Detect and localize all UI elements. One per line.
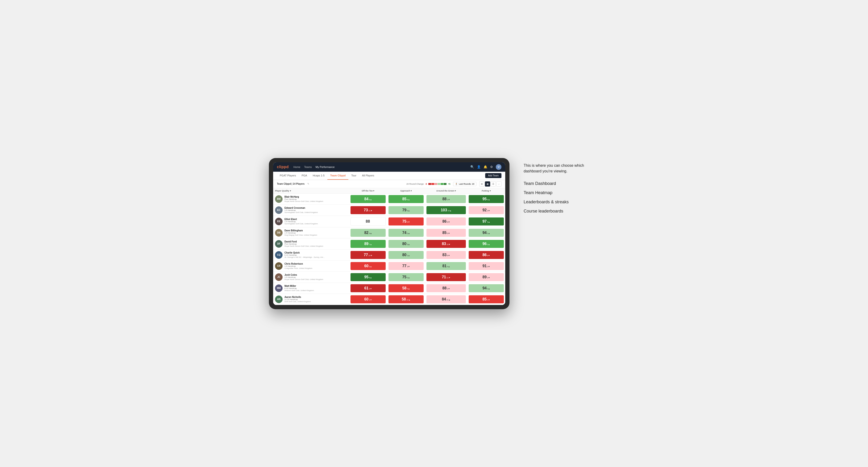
table-row: MM Matt Miller 6-10 Handicap Woburn Golf…: [273, 283, 505, 294]
score-cell-putting-8: 94 3▲: [467, 283, 505, 294]
avatar[interactable]: U: [496, 164, 501, 170]
score-box: 77 3▼: [389, 262, 424, 270]
score-main: 80: [402, 253, 406, 257]
score-cell-putting-4: 96 3▲: [467, 238, 505, 249]
nav-home[interactable]: Home: [293, 165, 300, 169]
score-main: 61: [364, 286, 368, 290]
table-row: CR Chris Robertson 1-5 Handicap Craigmil…: [273, 260, 505, 272]
player-club: Gog Magog Golf Club, United Kingdom: [284, 234, 317, 236]
search-icon[interactable]: 🔍: [470, 165, 474, 168]
subnav-team-clippd[interactable]: Team Clippd: [328, 172, 348, 180]
settings-icon[interactable]: ⚙: [490, 165, 493, 168]
player-cell-1[interactable]: EC Edward Crossman 1-5 Handicap Sunningd…: [273, 205, 349, 216]
score-cell-putting-6: 91 3▼: [467, 260, 505, 272]
score-main: 77: [364, 253, 368, 257]
score-main: 96: [483, 242, 487, 246]
player-name: Charlie Quick: [284, 251, 324, 254]
score-box: 84 21▲: [427, 295, 466, 303]
score-change: 8▲: [369, 277, 372, 279]
nav-my-performance[interactable]: My Performance: [316, 165, 335, 169]
player-cell-3[interactable]: DB Dave Billingham 1-5 Handicap Gog Mago…: [273, 227, 349, 238]
player-cell-8[interactable]: MM Matt Miller 6-10 Handicap Woburn Golf…: [273, 283, 349, 294]
player-avatar: EE: [275, 218, 283, 225]
player-club: Sunningdale Golf Club, United Kingdom: [284, 211, 318, 214]
score-box: 71 11▼: [427, 273, 466, 281]
score-change: 6▲: [369, 198, 372, 201]
player-hcp: 1-5 Handicap: [284, 276, 323, 278]
score-main: 88: [442, 197, 446, 201]
hm-cell-6: [444, 183, 446, 185]
player-club: Royal North Devon Golf Club, United King…: [284, 278, 323, 280]
score-cell-approach-5: 80 1▲: [387, 249, 425, 260]
round-change-label: 20 Round Change: [406, 183, 424, 185]
score-change: 3▼: [487, 210, 490, 212]
nav-links: Home Teams My Performance: [293, 165, 335, 169]
score-box: 85 4▼: [469, 295, 504, 303]
player-avatar: CQ: [275, 251, 283, 259]
player-hcp: 6-10 Handicap: [284, 287, 314, 289]
player-avatar: AN: [275, 295, 283, 303]
score-cell-around_green-2: 86 6▼: [425, 216, 467, 227]
score-cell-approach-3: 74 1▲: [387, 227, 425, 238]
subnav-pga[interactable]: PGA: [299, 172, 310, 180]
heatmap-view-button[interactable]: ▦: [485, 181, 490, 187]
score-cell-off_tee-3: 82 4▲: [349, 227, 387, 238]
subnav-hcaps[interactable]: Hcaps 1-5: [310, 172, 328, 180]
header-off-tee[interactable]: Off the Tee ▾: [349, 188, 387, 194]
nav-right: 🔍 👤 🔔 ⚙ U: [470, 164, 501, 170]
data-table: Player Quality ▾ Off the Tee ▾ Approach …: [273, 188, 505, 305]
header-putting[interactable]: Putting ▾: [467, 188, 505, 194]
player-cell-4[interactable]: DF David Ford Plus Handicap Royal North …: [273, 238, 349, 249]
score-box: 86 6▼: [427, 217, 466, 225]
hm-cell-3: [434, 183, 437, 185]
player-cell-0[interactable]: BM Blair McHarg Plus Handicap Royal Nort…: [273, 193, 349, 205]
bell-icon[interactable]: 🔔: [484, 165, 487, 168]
add-team-button[interactable]: Add Team: [485, 173, 501, 178]
header-player[interactable]: Player Quality ▾: [273, 188, 349, 194]
score-change: 4▲: [447, 266, 450, 268]
nav-teams[interactable]: Teams: [304, 165, 312, 169]
grid-view-button[interactable]: ⊞: [479, 181, 485, 187]
player-name: Edward Crossman: [284, 207, 318, 209]
score-cell-around_green-0: 88 1▼: [425, 193, 467, 205]
player-cell-7[interactable]: JC Josh Coles 1-5 Handicap Royal North D…: [273, 272, 349, 283]
score-cell-putting-9: 85 4▼: [467, 294, 505, 305]
score-change: 2▲: [407, 277, 410, 279]
score-box: 96 3▲: [469, 240, 504, 248]
subnav-tour[interactable]: Tour: [348, 172, 359, 180]
score-main: 94: [483, 286, 487, 290]
player-cell-5[interactable]: CQ Charlie Quick 6-10 Handicap St. Georg…: [273, 249, 349, 260]
hm-cell-2: [431, 183, 434, 185]
score-main: 84: [364, 197, 368, 201]
player-cell-6[interactable]: CR Chris Robertson 1-5 Handicap Craigmil…: [273, 260, 349, 272]
download-button[interactable]: ↓: [496, 181, 501, 187]
score-box: 94 1▲: [469, 229, 504, 237]
score-main: 60: [364, 297, 368, 302]
header-around-green[interactable]: Around the Green ▾: [425, 188, 467, 194]
person-icon[interactable]: 👤: [477, 165, 481, 168]
score-main: 71: [442, 275, 446, 279]
list-view-button[interactable]: ☰: [491, 181, 496, 187]
player-avatar: BM: [275, 195, 283, 203]
subnav-all-players[interactable]: All Players: [359, 172, 377, 180]
player-info: David Ford Plus Handicap Royal North Dev…: [284, 240, 323, 247]
score-box: 60 1▼: [350, 295, 385, 303]
player-name: Chris Robertson: [284, 262, 312, 265]
edit-icon[interactable]: ✎: [307, 183, 309, 185]
player-cell-2[interactable]: EE Elliot Ebert 1-5 Handicap Sunningdale…: [273, 216, 349, 227]
score-main: 88: [366, 219, 370, 224]
player-avatar: JC: [275, 273, 283, 281]
score-box: 61 3▼: [350, 284, 385, 292]
player-cell-9[interactable]: AN Aaron Nicholls 11-15 Handicap Drift G…: [273, 294, 349, 305]
last-rounds-button[interactable]: 🏌 Last Rounds: 20: [453, 182, 476, 186]
header-approach[interactable]: Approach ▾: [387, 188, 425, 194]
score-cell-approach-6: 77 3▼: [387, 260, 425, 272]
subnav-pgat[interactable]: PGAT Players: [277, 172, 299, 180]
score-main: 91: [483, 264, 487, 268]
score-box: 83 10▼: [427, 240, 466, 248]
player-avatar: CR: [275, 262, 283, 270]
score-cell-around_green-5: 83 6▼: [425, 249, 467, 260]
player-avatar: DF: [275, 240, 283, 248]
hm-cell-5: [441, 183, 443, 185]
score-box: 97 5▲: [469, 217, 504, 225]
